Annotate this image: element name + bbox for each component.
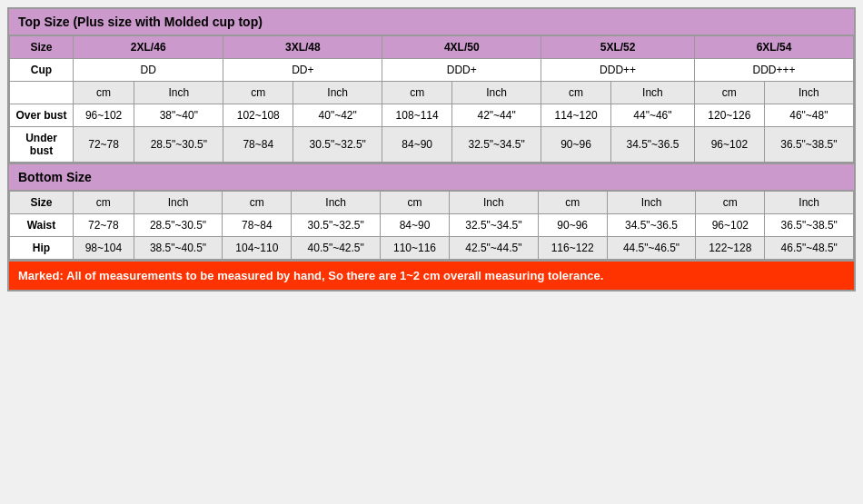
size-5xl-header: 5XL/52 (541, 36, 695, 59)
underbust-cm4: 90~96 (541, 127, 611, 163)
waist-inch4: 34.5"~36.5 (607, 214, 696, 237)
size-3xl-header: 3XL/48 (223, 36, 382, 59)
bottom-sub-inch1: Inch (134, 192, 223, 214)
hip-cm2: 104~110 (223, 237, 292, 260)
overbust-cm3: 108~114 (382, 104, 452, 127)
hip-cm4: 116~122 (538, 237, 607, 260)
waist-label: Waist (10, 214, 74, 237)
hip-inch1: 38.5"~40.5" (134, 237, 223, 260)
waist-inch1: 28.5"~30.5" (134, 214, 223, 237)
underbust-cm2: 78~84 (223, 127, 293, 163)
size-col-header: Size (10, 36, 74, 59)
size-4xl-header: 4XL/50 (382, 36, 541, 59)
bottom-sub-cm2: cm (223, 192, 292, 214)
waist-cm3: 84~90 (380, 214, 449, 237)
note-text: All of measurements to be measured by ha… (66, 269, 603, 282)
underbust-inch3: 32.5"~34.5" (451, 127, 541, 163)
bottom-section-header: Bottom Size (9, 163, 854, 191)
hip-cm5: 122~128 (696, 237, 765, 260)
bottom-sub-cm5: cm (696, 192, 765, 214)
cup-dd: DD (74, 59, 223, 82)
top-size-table: Size 2XL/46 3XL/48 4XL/50 5XL/52 6XL/54 … (9, 35, 854, 163)
top-sub-cm2: cm (223, 82, 293, 104)
note-row: Marked: All of measurements to be measur… (9, 260, 854, 290)
overbust-inch4: 44"~46" (610, 104, 694, 127)
waist-inch5: 36.5"~38.5" (765, 214, 854, 237)
underbust-inch4: 34.5"~36.5 (610, 127, 694, 163)
waist-inch3: 32.5"~34.5" (450, 214, 539, 237)
overbust-cm4: 114~120 (541, 104, 611, 127)
top-sub-inch2: Inch (293, 82, 382, 104)
underbust-inch1: 28.5"~30.5" (134, 127, 223, 163)
hip-cm1: 98~104 (74, 237, 134, 260)
bottom-sub-inch4: Inch (607, 192, 696, 214)
overbust-inch2: 40"~42" (293, 104, 382, 127)
cup-ddplus: DD+ (223, 59, 382, 82)
bottom-size-table: Size cm Inch cm Inch cm Inch cm Inch cm … (9, 191, 854, 260)
waist-cm4: 90~96 (538, 214, 607, 237)
overbust-cm5: 120~126 (695, 104, 765, 127)
top-sub-cm3: cm (382, 82, 452, 104)
cup-dddplus: DDD+ (382, 59, 541, 82)
waist-cm5: 96~102 (696, 214, 765, 237)
underbust-cm3: 84~90 (382, 127, 452, 163)
top-sub-inch5: Inch (764, 82, 853, 104)
top-section-header: Top Size (Plus size with Molded cup top) (9, 9, 854, 35)
overbust-inch5: 46"~48" (764, 104, 853, 127)
hip-inch2: 40.5"~42.5" (292, 237, 381, 260)
overbust-label: Over bust (10, 104, 74, 127)
hip-inch5: 46.5"~48.5" (765, 237, 854, 260)
size-chart: Top Size (Plus size with Molded cup top)… (7, 7, 856, 292)
top-sub-cm4: cm (541, 82, 611, 104)
note-label: Marked: (18, 269, 64, 282)
underbust-cm5: 96~102 (695, 127, 765, 163)
waist-inch2: 30.5"~32.5" (292, 214, 381, 237)
hip-inch4: 44.5"~46.5" (607, 237, 696, 260)
top-sub-cm1: cm (74, 82, 134, 104)
bottom-sub-cm4: cm (538, 192, 607, 214)
underbust-cm1: 72~78 (74, 127, 134, 163)
overbust-cm2: 102~108 (223, 104, 293, 127)
bottom-size-header: Size (10, 192, 74, 214)
size-2xl-header: 2XL/46 (74, 36, 223, 59)
size-6xl-header: 6XL/54 (695, 36, 854, 59)
underbust-label: Under bust (10, 127, 74, 163)
hip-inch3: 42.5"~44.5" (450, 237, 539, 260)
cup-label: Cup (10, 59, 74, 82)
hip-cm3: 110~116 (380, 237, 449, 260)
overbust-cm1: 96~102 (74, 104, 134, 127)
bottom-sub-inch5: Inch (765, 192, 854, 214)
cup-dddplusplusplus: DDD+++ (695, 59, 854, 82)
underbust-inch5: 36.5"~38.5" (764, 127, 853, 163)
top-empty-header (10, 82, 74, 104)
waist-cm2: 78~84 (223, 214, 292, 237)
top-sub-inch4: Inch (610, 82, 694, 104)
waist-cm1: 72~78 (74, 214, 134, 237)
underbust-inch2: 30.5"~32.5" (293, 127, 382, 163)
bottom-sub-inch3: Inch (450, 192, 539, 214)
overbust-inch3: 42"~44" (451, 104, 541, 127)
top-sub-inch1: Inch (134, 82, 223, 104)
bottom-sub-cm3: cm (380, 192, 449, 214)
top-sub-inch3: Inch (451, 82, 541, 104)
bottom-sub-inch2: Inch (292, 192, 381, 214)
cup-dddplusplus: DDD++ (541, 59, 695, 82)
overbust-inch1: 38"~40" (134, 104, 223, 127)
hip-label: Hip (10, 237, 74, 260)
bottom-sub-cm1: cm (74, 192, 134, 214)
top-sub-cm5: cm (695, 82, 765, 104)
